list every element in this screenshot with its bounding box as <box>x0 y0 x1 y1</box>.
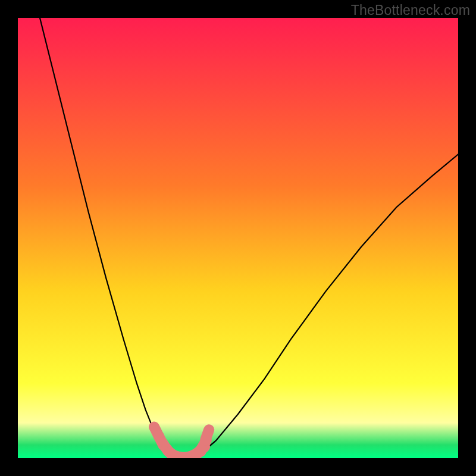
chart-frame: TheBottleneck.com <box>0 0 476 476</box>
plot-background <box>18 18 458 458</box>
watermark-text: TheBottleneck.com <box>351 2 470 18</box>
chart-plot <box>18 18 458 458</box>
marker-segment <box>205 430 209 440</box>
